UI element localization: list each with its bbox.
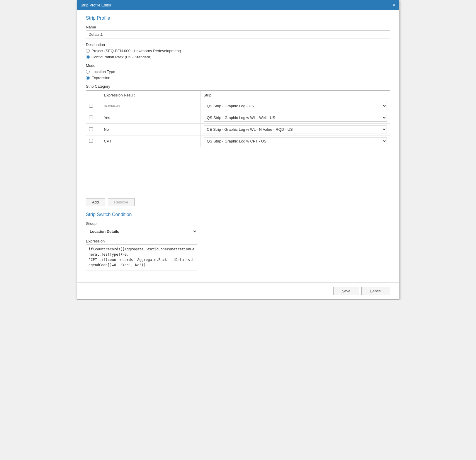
mode-location-type-option[interactable]: Location Type xyxy=(86,69,390,74)
strip-table: Expression Result Strip <Default>QS Stri… xyxy=(86,91,390,147)
mode-location-type-radio[interactable] xyxy=(86,70,90,74)
strip-table-container: Expression Result Strip <Default>QS Stri… xyxy=(86,90,390,194)
table-col-expression: Expression Result xyxy=(101,91,200,100)
row-check-cell xyxy=(86,124,101,135)
group-section: Group Location Details Project Details S… xyxy=(86,221,390,236)
row-expression-cell: Yes xyxy=(101,112,200,124)
row-expression-cell: CPT xyxy=(101,135,200,147)
table-button-row: Add Remove xyxy=(86,198,390,206)
row-check-cell xyxy=(86,100,101,112)
mode-location-type-label: Location Type xyxy=(91,69,115,74)
table-row: CPTQS Strip - Graphic Log - USQS Strip -… xyxy=(86,135,390,147)
mode-expression-option[interactable]: Expression xyxy=(86,76,390,80)
strip-profile-section: Strip Profile Name Destination Project (… xyxy=(86,16,390,194)
destination-section: Destination Project (SEQ-BEN-000 - Hawth… xyxy=(86,43,390,59)
row-strip-select[interactable]: QS Strip - Graphic Log - USQS Strip - Gr… xyxy=(204,125,387,133)
table-empty-area xyxy=(86,147,390,194)
table-header-row: Expression Result Strip xyxy=(86,91,390,100)
destination-config-radio[interactable] xyxy=(86,55,90,59)
close-button[interactable]: × xyxy=(393,3,395,7)
strip-category-section: Strip Category Expression Result Strip <… xyxy=(86,84,390,194)
mode-section: Mode Location Type Expression xyxy=(86,63,390,80)
dialog-footer: Save Cancel xyxy=(77,282,399,299)
table-row: NoQS Strip - Graphic Log - USQS Strip - … xyxy=(86,124,390,135)
group-select[interactable]: Location Details Project Details Sample … xyxy=(86,227,197,236)
dialog-title: Strip Profile Editor xyxy=(81,3,111,7)
mode-label: Mode xyxy=(86,63,390,68)
row-expression-cell: No xyxy=(101,124,200,135)
strip-switch-title: Strip Switch Condition xyxy=(86,212,390,217)
row-strip-cell: QS Strip - Graphic Log - USQS Strip - Gr… xyxy=(200,100,390,112)
cancel-button[interactable]: Cancel xyxy=(361,287,390,295)
row-check-cell xyxy=(86,135,101,147)
row-strip-select[interactable]: QS Strip - Graphic Log - USQS Strip - Gr… xyxy=(204,114,387,122)
expression-label: Expression xyxy=(86,239,390,243)
row-checkbox[interactable] xyxy=(89,104,93,108)
row-checkbox[interactable] xyxy=(89,127,93,131)
table-col-strip: Strip xyxy=(200,91,390,100)
table-col-check xyxy=(86,91,101,100)
row-strip-select[interactable]: QS Strip - Graphic Log - USQS Strip - Gr… xyxy=(204,137,387,145)
destination-project-option[interactable]: Project (SEQ-BEN-000 - Hawthorns Redevel… xyxy=(86,49,390,53)
strip-category-label: Strip Category xyxy=(86,84,390,89)
destination-config-label: Configuration Pack (US - Standard) xyxy=(91,55,151,59)
add-underline: Add xyxy=(92,200,99,204)
table-row: <Default>QS Strip - Graphic Log - USQS S… xyxy=(86,100,390,112)
strip-switch-section: Strip Switch Condition Group Location De… xyxy=(86,212,390,272)
name-input[interactable] xyxy=(86,30,390,38)
mode-expression-label: Expression xyxy=(91,76,110,80)
save-label: Save xyxy=(342,289,351,293)
name-label: Name xyxy=(86,25,390,29)
dialog-container: Strip Profile Editor × Strip Profile Nam… xyxy=(77,0,399,300)
row-strip-cell: QS Strip - Graphic Log - USQS Strip - Gr… xyxy=(200,112,390,124)
name-section: Name xyxy=(86,25,390,38)
expression-section: Expression if(countrecords([Aggregate.St… xyxy=(86,239,390,272)
row-checkbox[interactable] xyxy=(89,139,93,143)
strip-profile-title: Strip Profile xyxy=(86,16,390,21)
cancel-label: Cancel xyxy=(370,289,382,293)
group-select-wrapper: Location Details Project Details Sample … xyxy=(86,227,197,236)
destination-config-option[interactable]: Configuration Pack (US - Standard) xyxy=(86,55,390,59)
remove-underline: Remove xyxy=(114,200,128,204)
mode-radio-group: Location Type Expression xyxy=(86,69,390,80)
destination-label: Destination xyxy=(86,43,390,47)
row-strip-cell: QS Strip - Graphic Log - USQS Strip - Gr… xyxy=(200,124,390,135)
destination-radio-group: Project (SEQ-BEN-000 - Hawthorns Redevel… xyxy=(86,49,390,59)
row-checkbox[interactable] xyxy=(89,116,93,119)
add-button[interactable]: Add xyxy=(86,198,105,206)
destination-project-radio[interactable] xyxy=(86,49,90,53)
row-strip-select[interactable]: QS Strip - Graphic Log - USQS Strip - Gr… xyxy=(204,102,387,110)
expression-textarea[interactable]: if(countrecords([Aggregate.StaticConePen… xyxy=(86,245,197,271)
remove-button[interactable]: Remove xyxy=(108,198,134,206)
row-expression-cell: <Default> xyxy=(101,100,200,112)
save-button[interactable]: Save xyxy=(333,287,359,295)
row-strip-cell: QS Strip - Graphic Log - USQS Strip - Gr… xyxy=(200,135,390,147)
destination-project-label: Project (SEQ-BEN-000 - Hawthorns Redevel… xyxy=(91,49,181,53)
row-check-cell xyxy=(86,112,101,124)
dialog-body: Strip Profile Name Destination Project (… xyxy=(77,10,399,282)
table-row: YesQS Strip - Graphic Log - USQS Strip -… xyxy=(86,112,390,124)
mode-expression-radio[interactable] xyxy=(86,76,90,80)
group-label: Group xyxy=(86,221,390,226)
title-bar: Strip Profile Editor × xyxy=(77,0,399,10)
